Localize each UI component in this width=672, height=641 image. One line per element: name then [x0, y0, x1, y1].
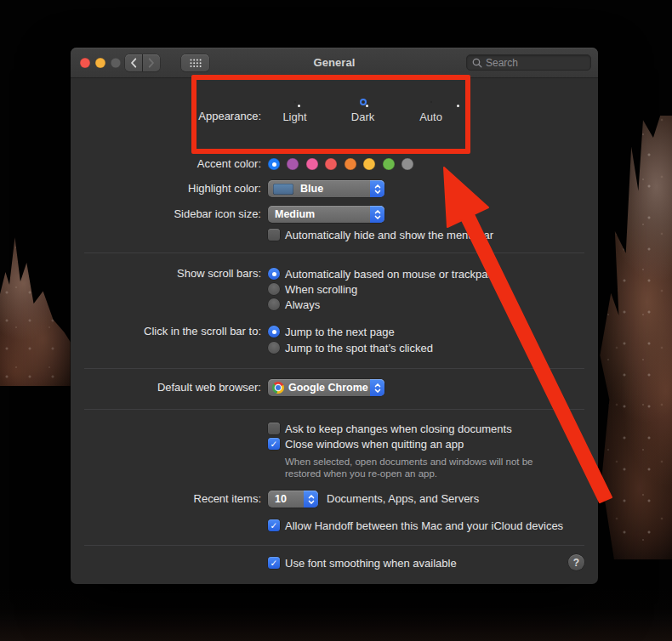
appearance-light-label: Light [266, 111, 323, 123]
sidebar-icon-size-label: Sidebar icon size: [174, 207, 261, 221]
sidebar-icon-size-value: Medium [268, 208, 370, 220]
stepper-cap [370, 206, 384, 223]
accent-color-red[interactable] [325, 158, 337, 170]
help-button[interactable]: ? [568, 554, 584, 570]
default-browser-label: Default web browser: [157, 381, 261, 394]
search-icon [472, 58, 482, 68]
appearance-auto-label: Auto [402, 111, 459, 123]
ask-keep-changes-label: Ask to keep changes when closing documen… [285, 423, 512, 435]
up-down-chevrons-icon [308, 494, 315, 505]
font-smoothing-row[interactable]: Use font smoothing when available [268, 556, 457, 570]
recent-items-suffix: Documents, Apps, and Servers [327, 492, 479, 505]
accent-color-blue[interactable] [268, 158, 280, 170]
default-browser-dropdown[interactable]: Google Chrome [268, 379, 384, 396]
accent-color-graphite[interactable] [401, 158, 413, 170]
font-smoothing-label: Use font smoothing when available [285, 557, 457, 570]
handoff-label: Allow Handoff between this Mac and your … [285, 519, 563, 532]
scrollbars-option-when-scrolling[interactable]: When scrolling [268, 282, 357, 296]
wallpaper-rock-left [0, 228, 78, 386]
scrollbars-option-auto-label: Automatically based on mouse or trackpad [285, 268, 494, 281]
ask-keep-changes-row[interactable]: Ask to keep changes when closing documen… [268, 422, 512, 435]
recent-items-value: 10 [268, 493, 304, 505]
handoff-row[interactable]: Allow Handoff between this Mac and your … [268, 519, 563, 532]
close-windows-row[interactable]: Close windows when quitting an app [268, 437, 464, 451]
accent-color-label: Accent color: [197, 157, 261, 171]
menubar-autohide-checkbox[interactable] [268, 229, 280, 241]
scrollbars-option-always[interactable]: Always [268, 298, 320, 311]
default-browser-value: Google Chrome [284, 382, 370, 394]
appearance-label: Appearance: [198, 110, 261, 123]
close-windows-label: Close windows when quitting an app [285, 438, 464, 451]
radio-jump-next-page[interactable] [268, 326, 280, 338]
close-windows-checkbox[interactable] [268, 438, 280, 450]
radio-jump-spot-clicked[interactable] [268, 342, 280, 354]
divider [84, 252, 584, 253]
wallpaper-rock-right [594, 116, 672, 559]
menubar-autohide-label: Automatically hide and show the menu bar [285, 229, 493, 241]
scrollclick-option-spot-clicked-label: Jump to the spot that’s clicked [285, 342, 433, 355]
show-scroll-bars-label: Show scroll bars: [177, 267, 261, 281]
radio-always[interactable] [268, 298, 280, 310]
accent-color-pink[interactable] [306, 158, 318, 170]
scrollbars-option-auto[interactable]: Automatically based on mouse or trackpad [268, 267, 494, 281]
search-input[interactable] [486, 57, 585, 69]
recent-items-dropdown[interactable]: 10 [268, 491, 318, 508]
blue-color-swatch [273, 184, 293, 195]
sidebar-icon-size-dropdown[interactable]: Medium [268, 206, 384, 223]
scrollclick-option-next-page[interactable]: Jump to the next page [268, 325, 395, 338]
scrollbars-option-when-scrolling-label: When scrolling [285, 283, 357, 296]
recent-items-label: Recent items: [194, 492, 261, 506]
up-down-chevrons-icon [374, 383, 381, 394]
up-down-chevrons-icon [374, 209, 381, 220]
font-smoothing-checkbox[interactable] [268, 557, 280, 569]
scrollbars-option-always-label: Always [285, 298, 320, 311]
scrollclick-option-spot-clicked[interactable]: Jump to the spot that’s clicked [268, 341, 433, 355]
divider [84, 545, 584, 546]
accent-color-orange[interactable] [345, 158, 356, 170]
menubar-autohide-row[interactable]: Automatically hide and show the menu bar [268, 228, 493, 241]
appearance-dark-label: Dark [334, 111, 391, 123]
scrollclick-option-next-page-label: Jump to the next page [285, 326, 395, 338]
highlight-color-dropdown[interactable]: Blue [268, 180, 384, 197]
titlebar: General [71, 48, 598, 78]
accent-color-purple[interactable] [287, 158, 299, 170]
highlight-color-value: Blue [293, 183, 370, 195]
stepper-cap [370, 379, 384, 396]
handoff-checkbox[interactable] [268, 519, 280, 531]
stepper-cap [370, 180, 384, 197]
up-down-chevrons-icon [374, 184, 381, 195]
radio-when-scrolling[interactable] [268, 283, 280, 295]
search-field[interactable] [466, 54, 591, 71]
wallpaper-seafloor [0, 587, 672, 641]
appearance-option-dark[interactable]: Dark [334, 92, 391, 123]
help-question-glyph: ? [573, 557, 579, 569]
accent-color-green[interactable] [383, 158, 395, 170]
accent-color-yellow[interactable] [363, 158, 375, 170]
stepper-cap [304, 491, 318, 508]
appearance-option-auto[interactable]: Auto [402, 92, 459, 123]
divider [84, 368, 584, 369]
divider [84, 409, 584, 410]
google-chrome-icon [272, 382, 284, 394]
close-windows-note: When selected, open documents and window… [285, 456, 571, 479]
appearance-option-light[interactable]: Light [266, 92, 323, 123]
ask-keep-changes-checkbox[interactable] [268, 423, 280, 434]
system-preferences-window: General Appearance: [71, 48, 598, 584]
radio-automatically[interactable] [268, 268, 280, 280]
desktop: General Appearance: [0, 0, 672, 641]
highlight-color-label: Highlight color: [188, 182, 261, 196]
click-scroll-bar-label: Click in the scroll bar to: [144, 325, 261, 338]
